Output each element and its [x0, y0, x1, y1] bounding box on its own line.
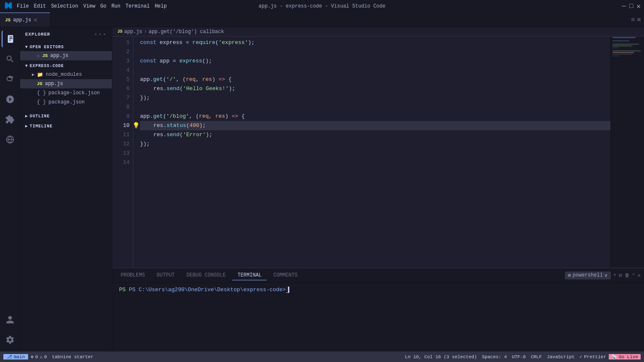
lightbulb-icon[interactable]: 💡 [133, 122, 140, 130]
close-app-js-button[interactable]: ✕ [37, 53, 40, 59]
tab-output[interactable]: OUTPUT [152, 271, 180, 280]
tab-label: app.js [13, 17, 31, 23]
code-line-11: res.send('Error'); [140, 130, 610, 140]
menu-go[interactable]: Go [100, 3, 106, 9]
terminal-content[interactable]: PS PS C:\Users\ag290\OneDrive\Desktop\ex… [112, 283, 644, 352]
menu-edit[interactable]: Edit [34, 3, 46, 9]
remote-icon[interactable] [2, 131, 18, 148]
outline-section[interactable]: ▶ OUTLINE [20, 110, 112, 120]
package-lock-json-file[interactable]: { } package-lock.json [20, 88, 112, 98]
tabnine-status[interactable]: tabnine starter [49, 354, 96, 359]
tab-close-button[interactable]: ✕ [34, 16, 37, 23]
line-num-3: 3 [112, 57, 130, 66]
code-line-8 [140, 103, 610, 112]
warning-icon: ⚠ [40, 354, 43, 359]
json-icon-1: { } [37, 90, 46, 96]
split-terminal-button[interactable]: ⊟ [619, 272, 622, 279]
line-num-11: 11 [112, 130, 130, 140]
app-js-label: app.js [45, 81, 63, 87]
explorer-icon[interactable] [2, 31, 18, 47]
error-icon: ⊗ [31, 354, 34, 359]
kill-terminal-button[interactable]: 🗑 [625, 272, 630, 279]
node-modules-label: node_modules [46, 72, 82, 78]
close-panel-button[interactable]: ✕ [638, 272, 641, 279]
window-controls[interactable]: — □ ✕ [622, 2, 641, 10]
maximize-button[interactable]: □ [629, 3, 634, 10]
menu-terminal[interactable]: Terminal [125, 3, 150, 9]
prettier-button[interactable]: ✓ Prettier [577, 354, 608, 359]
menu-bar[interactable]: File Edit Selection View Go Run Terminal… [17, 3, 167, 9]
search-icon[interactable] [2, 51, 18, 67]
line-num-14: 14 [112, 158, 130, 167]
run-debug-icon[interactable] [2, 91, 18, 108]
code-editor[interactable]: const express = require('express'); cons… [133, 36, 610, 268]
git-branch[interactable]: ⎇ main [3, 354, 28, 359]
powershell-badge[interactable]: ⊞ powershell ∨ [565, 272, 611, 279]
error-count: 0 [35, 354, 38, 359]
status-right: Ln 10, Col 16 (3 selected) Spaces: 4 UTF… [402, 354, 641, 359]
menu-help[interactable]: Help [155, 3, 167, 9]
open-editors-chevron: ▼ [25, 45, 28, 49]
line-num-5: 5 [112, 75, 130, 84]
timeline-section[interactable]: ▶ TIMELINE [20, 120, 112, 130]
open-editor-app-js[interactable]: ✕ JS app.js [20, 51, 112, 60]
open-editors-section[interactable]: ▼ OPEN EDITORS [20, 41, 112, 51]
prettier-label: Prettier [584, 354, 606, 359]
go-live-button[interactable]: 📡 Go Live [609, 354, 641, 359]
app-js-file[interactable]: JS app.js [20, 79, 112, 88]
minimap [610, 36, 644, 268]
new-terminal-button[interactable]: + [613, 272, 616, 278]
node-modules-folder[interactable]: ▶ 📁 node_modules [20, 70, 112, 79]
js-file-icon: JS [5, 18, 10, 23]
tab-comments[interactable]: COMMENTS [268, 271, 303, 280]
menu-file[interactable]: File [17, 3, 29, 9]
split-editor-button[interactable]: ⊟ ⊞ [628, 13, 644, 27]
settings-icon[interactable] [2, 331, 18, 348]
cursor-position[interactable]: Ln 10, Col 16 (3 selected) [402, 354, 480, 359]
outline-label: OUTLINE [30, 114, 50, 119]
open-editor-filename: app.js [50, 53, 68, 59]
maximize-panel-button[interactable]: ⌃ [632, 272, 635, 279]
extensions-icon[interactable] [2, 111, 18, 128]
menu-run[interactable]: Run [112, 3, 121, 9]
code-line-14 [140, 158, 610, 167]
line-num-8: 8 [112, 103, 130, 112]
line-ending[interactable]: CRLF [528, 354, 544, 359]
source-control-icon[interactable] [2, 71, 18, 88]
folder-arrow: ▶ [32, 72, 34, 77]
encoding[interactable]: UTF-8 [509, 354, 528, 359]
line-num-7: 7 [112, 93, 130, 103]
timeline-label: TIMELINE [30, 124, 52, 129]
explorer-more-button[interactable]: ··· [94, 31, 107, 38]
menu-selection[interactable]: Selection [51, 3, 78, 9]
code-line-2 [140, 47, 610, 57]
tab-problems[interactable]: PROBLEMS [116, 271, 150, 280]
terminal-actions: ⊞ powershell ∨ + ⊟ 🗑 ⌃ ✕ [565, 272, 641, 279]
accounts-icon[interactable] [2, 311, 18, 328]
indentation[interactable]: Spaces: 4 [479, 354, 509, 359]
express-code-label: EXPRESS-CODE [30, 64, 64, 68]
tab-terminal[interactable]: TERMINAL [232, 271, 267, 280]
close-button[interactable]: ✕ [636, 2, 641, 10]
go-live-label: Go Live [619, 354, 638, 359]
code-line-10: 💡 res.status(400); [140, 121, 610, 130]
minimize-button[interactable]: — [622, 3, 626, 10]
ps-path: PS C:\Users\ag290\OneDrive\Desktop\expre… [129, 287, 286, 293]
tab-bar: JS app.js ✕ ⊟ ⊞ [0, 13, 644, 27]
menu-view[interactable]: View [83, 3, 95, 9]
errors-warnings[interactable]: ⊗ 0 ⚠ 0 [28, 354, 49, 359]
tab-app-js[interactable]: JS app.js ✕ [0, 13, 50, 27]
breadcrumb-file[interactable]: JS app.js [117, 29, 142, 35]
json-icon-2: { } [37, 99, 46, 105]
breadcrumb-callback[interactable]: app.get('/blog') callback [148, 29, 224, 35]
package-json-file[interactable]: { } package.json [20, 98, 112, 107]
code-line-12: }); [140, 140, 610, 149]
code-line-13 [140, 149, 610, 158]
tab-debug-console[interactable]: DEBUG CONSOLE [182, 271, 231, 280]
language-mode[interactable]: JavaScript [544, 354, 577, 359]
express-code-section[interactable]: ▼ EXPRESS-CODE [20, 60, 112, 70]
package-lock-label: package-lock.json [49, 90, 100, 96]
breadcrumb-js-icon: JS [117, 29, 122, 34]
status-bar: ⎇ main ⊗ 0 ⚠ 0 tabnine starter Ln 10, Co… [0, 352, 644, 362]
sidebar: EXPLORER ··· ▼ OPEN EDITORS ✕ JS app.js … [20, 27, 112, 352]
